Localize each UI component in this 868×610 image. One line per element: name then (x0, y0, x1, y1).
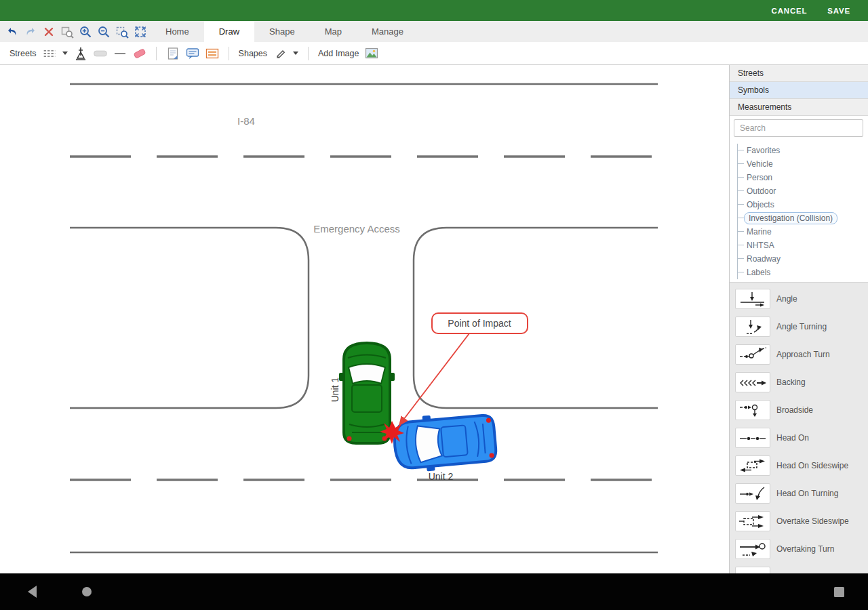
delete-icon[interactable] (42, 25, 56, 39)
head-on-icon (735, 428, 770, 448)
shapes-label: Shapes (239, 49, 267, 58)
highway-road-lines[interactable] (70, 84, 658, 552)
callout-icon[interactable] (186, 47, 199, 60)
emergency-access-label[interactable]: Emergency Access (313, 223, 400, 235)
search-input[interactable] (734, 119, 863, 137)
point-of-impact-text: Point of Impact (448, 318, 511, 329)
head-on-sideswipe-icon (735, 455, 770, 476)
symbol-broadside[interactable]: Broadside (730, 396, 868, 424)
overtaking-turn-icon (735, 539, 770, 559)
cancel-button[interactable]: CANCEL (772, 7, 808, 15)
ribbon-row-1: Home Draw Shape Map Manage (0, 21, 868, 42)
partial-symbol-icon (735, 567, 770, 574)
home-icon[interactable] (68, 573, 106, 610)
quick-tools (5, 21, 147, 42)
symbol-angle[interactable]: Angle (730, 285, 868, 312)
symbol-overtaking-turn[interactable]: Overtaking Turn (730, 535, 868, 563)
symbols-sidebar: Streets Symbols Measurements Favorites V… (729, 65, 868, 573)
symbol-partial-row[interactable] (730, 563, 868, 573)
highway-label[interactable]: I-84 (237, 115, 255, 127)
zoom-window-icon[interactable] (115, 25, 129, 39)
road-style-icon[interactable] (43, 47, 56, 60)
road-segment-icon[interactable] (94, 47, 107, 60)
overtake-sideswipe-icon (735, 511, 770, 531)
category-labels[interactable]: Labels (738, 266, 868, 279)
pen-icon[interactable] (273, 47, 287, 60)
divider (308, 47, 309, 60)
image-icon[interactable] (365, 47, 378, 60)
category-vehicle[interactable]: Vehicle (738, 157, 868, 171)
divider (229, 47, 229, 60)
save-button[interactable]: SAVE (827, 7, 850, 15)
ribbon-tabs: Home Draw Shape Map Manage (151, 21, 418, 42)
angle-turning-icon (735, 317, 770, 337)
drawing-canvas[interactable]: I-84 Emergency Access (0, 65, 729, 573)
category-person[interactable]: Person (738, 171, 868, 184)
crash-diagram: I-84 Emergency Access (0, 65, 729, 573)
unit2-label[interactable]: Unit 2 (429, 471, 454, 482)
streets-label: Streets (9, 49, 37, 58)
category-objects[interactable]: Objects (738, 198, 868, 211)
tab-draw[interactable]: Draw (204, 21, 254, 42)
tab-manage[interactable]: Manage (357, 21, 418, 42)
approach-turn-icon (735, 344, 770, 365)
legend-icon[interactable] (205, 47, 219, 60)
tab-map[interactable]: Map (310, 21, 357, 42)
road-style-dropdown-icon[interactable] (62, 52, 68, 55)
tab-shape[interactable]: Shape (254, 21, 310, 42)
unit1-label[interactable]: Unit 1 (330, 378, 340, 403)
add-image-label: Add Image (318, 49, 359, 58)
back-icon[interactable] (14, 573, 52, 610)
ribbon-row-2: Streets Shapes (0, 42, 868, 65)
symbol-approach-turn[interactable]: Approach Turn (730, 340, 868, 368)
category-favorites[interactable]: Favorites (738, 144, 868, 157)
line-style-icon[interactable] (113, 47, 127, 60)
category-nhtsa[interactable]: NHTSA (738, 239, 868, 252)
topbar: CANCEL SAVE (0, 0, 868, 21)
zoom-previous-icon[interactable] (60, 25, 74, 39)
symbol-head-on-sideswipe[interactable]: Head On Sideswipe (730, 451, 868, 479)
unit2-vehicle[interactable] (393, 410, 498, 474)
shapes-dropdown-icon[interactable] (293, 52, 298, 55)
category-outdoor[interactable]: Outdoor (738, 184, 868, 198)
crash-diagram-app: CANCEL SAVE (0, 0, 868, 610)
android-navbar (0, 573, 868, 610)
zoom-out-icon[interactable] (97, 25, 111, 39)
undo-icon[interactable] (5, 25, 19, 39)
symbol-list: Angle Angle Turning Approach Turn Backin… (730, 282, 868, 573)
street-tool-icon[interactable] (74, 47, 87, 60)
sidebar-section-streets[interactable]: Streets (730, 65, 868, 82)
symbol-overtake-sideswipe[interactable]: Overtake Sideswipe (730, 507, 868, 535)
tab-home[interactable]: Home (151, 21, 204, 42)
zoom-fit-icon[interactable] (134, 25, 147, 39)
search-container (730, 116, 868, 140)
category-roadway[interactable]: Roadway (738, 252, 868, 266)
sidebar-section-measurements[interactable]: Measurements (730, 99, 868, 116)
category-tree: Favorites Vehicle Person Outdoor Objects… (737, 144, 868, 279)
category-investigation-collision[interactable]: Investigation (Collision) (738, 211, 868, 225)
symbol-angle-turning[interactable]: Angle Turning (730, 312, 868, 340)
symbol-backing[interactable]: Backing (730, 368, 868, 396)
head-on-turning-icon (735, 483, 770, 504)
category-marine[interactable]: Marine (738, 225, 868, 239)
note-icon[interactable] (166, 47, 180, 60)
sidebar-section-symbols[interactable]: Symbols (730, 82, 868, 99)
symbol-head-on-turning[interactable]: Head On Turning (730, 479, 868, 507)
eraser-icon[interactable] (133, 47, 146, 60)
redo-icon[interactable] (24, 25, 37, 39)
angle-icon (735, 289, 770, 309)
zoom-in-icon[interactable] (79, 25, 92, 39)
symbol-head-on[interactable]: Head On (730, 424, 868, 451)
backing-icon (735, 372, 770, 392)
recents-icon[interactable] (820, 573, 858, 610)
broadside-icon (735, 400, 770, 420)
divider (156, 47, 157, 60)
